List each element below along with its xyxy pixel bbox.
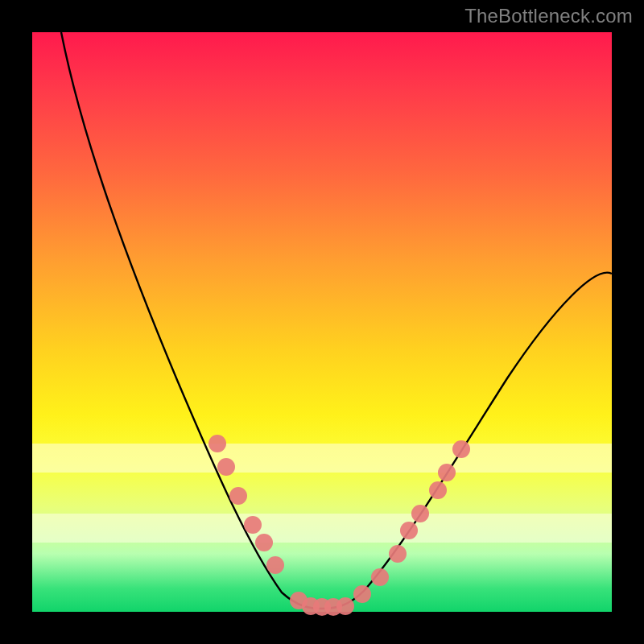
curve-marker xyxy=(336,597,354,615)
curve-marker xyxy=(371,568,389,586)
chart-frame: TheBottleneck.com xyxy=(0,0,644,644)
curve-path xyxy=(61,32,612,609)
plot-area xyxy=(32,32,612,612)
curve-marker xyxy=(244,516,262,534)
curve-marker xyxy=(389,545,407,563)
watermark-text: TheBottleneck.com xyxy=(464,5,633,27)
curve-marker xyxy=(229,487,247,505)
curve-marker xyxy=(429,481,447,499)
bottleneck-curve xyxy=(32,32,612,612)
curve-marker xyxy=(255,534,273,551)
curve-marker xyxy=(438,464,456,481)
curve-marker xyxy=(411,505,429,522)
